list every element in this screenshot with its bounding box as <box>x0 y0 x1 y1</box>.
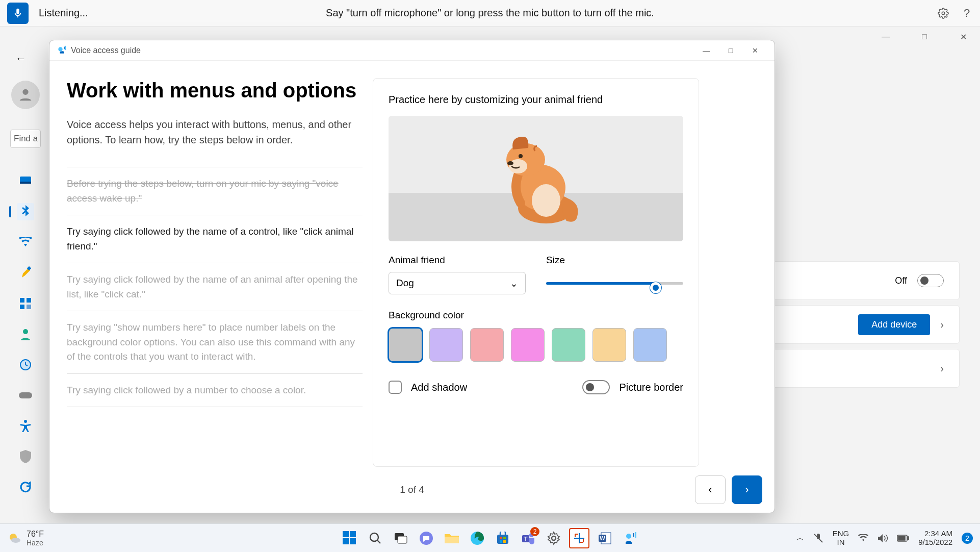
search-button[interactable] <box>365 528 385 548</box>
svg-rect-25 <box>343 531 349 537</box>
minimize-button[interactable]: — <box>874 29 897 45</box>
volume-icon[interactable] <box>878 534 888 543</box>
next-page-button[interactable]: › <box>732 475 762 504</box>
taskview-button[interactable] <box>391 528 411 548</box>
notification-count[interactable]: 2 <box>962 533 973 544</box>
nav-system-icon[interactable] <box>17 172 34 190</box>
size-slider[interactable] <box>546 272 683 294</box>
svg-rect-8 <box>27 305 31 309</box>
guide-window-title: Voice access guide <box>71 46 141 55</box>
guide-close-button[interactable]: ✕ <box>743 42 767 59</box>
mic-muted-icon[interactable] <box>813 533 823 543</box>
svg-rect-28 <box>350 538 356 544</box>
guide-instructions: Work with menus and options Voice access… <box>67 78 363 467</box>
user-avatar[interactable] <box>11 81 40 109</box>
color-swatch[interactable] <box>389 328 422 362</box>
voice-access-bar: Listening... Say "turn off microphone" o… <box>0 0 980 27</box>
teams-icon[interactable]: T2 <box>518 528 538 548</box>
svg-rect-7 <box>20 305 24 309</box>
guide-maximize-button[interactable]: □ <box>718 42 743 59</box>
mic-button[interactable] <box>7 3 29 24</box>
practice-prompt: Practice here by customizing your animal… <box>389 94 683 106</box>
nav-update-icon[interactable] <box>17 479 34 496</box>
svg-rect-5 <box>20 298 24 303</box>
toggle-switch[interactable] <box>917 274 944 287</box>
nav-gaming-icon[interactable] <box>17 387 34 404</box>
settings-gear-icon[interactable] <box>937 7 949 19</box>
guide-app-icon <box>57 45 67 56</box>
color-swatch[interactable] <box>511 328 545 362</box>
settings-app-icon[interactable] <box>544 528 564 548</box>
svg-point-21 <box>519 154 523 158</box>
picture-border-toggle[interactable] <box>582 380 610 394</box>
svg-rect-31 <box>398 536 407 543</box>
snipping-tool-icon[interactable] <box>569 528 589 548</box>
close-button[interactable]: ✕ <box>951 29 975 45</box>
add-device-button[interactable]: Add device <box>858 314 930 335</box>
word-icon[interactable]: W <box>595 528 615 548</box>
nav-time-icon[interactable] <box>17 356 34 373</box>
color-swatch[interactable] <box>470 328 504 362</box>
svg-rect-51 <box>908 537 909 540</box>
weather-temp: 76°F <box>27 530 44 539</box>
nav-accounts-icon[interactable] <box>17 325 34 343</box>
battery-icon[interactable] <box>897 535 909 542</box>
nav-privacy-icon[interactable] <box>17 448 34 465</box>
svg-rect-11 <box>19 392 32 398</box>
language-indicator[interactable]: ENG IN <box>833 530 849 546</box>
svg-text:T: T <box>524 536 528 542</box>
nav-accessibility-icon[interactable] <box>17 417 34 435</box>
nav-network-icon[interactable] <box>17 234 34 251</box>
guide-step: Try saying "show numbers here" to place … <box>67 311 363 374</box>
nav-personalization-icon[interactable] <box>17 264 34 282</box>
svg-point-29 <box>370 533 378 541</box>
svg-point-12 <box>24 420 27 423</box>
guide-step: Try saying click followed by the name of… <box>67 263 363 311</box>
nav-bluetooth-icon[interactable] <box>17 203 34 220</box>
help-icon[interactable]: ? <box>961 7 973 19</box>
color-swatch[interactable] <box>592 328 626 362</box>
animal-friend-label: Animal friend <box>389 255 526 266</box>
voice-access-guide-window: Voice access guide — □ ✕ Work with menus… <box>49 40 775 513</box>
svg-rect-6 <box>27 298 31 303</box>
weather-icon <box>7 531 21 545</box>
guide-titlebar: Voice access guide — □ ✕ <box>49 40 775 61</box>
svg-text:W: W <box>600 535 605 541</box>
svg-point-47 <box>626 534 631 539</box>
color-swatch[interactable] <box>552 328 585 362</box>
voice-hint: Say "turn off microphone" or long press … <box>326 7 654 19</box>
clock[interactable]: 2:34 AM 9/15/2022 <box>918 530 952 546</box>
page-indicator: 1 of 4 <box>400 484 424 495</box>
edge-icon[interactable] <box>467 528 487 548</box>
guide-heading: Work with menus and options <box>67 78 363 103</box>
svg-rect-36 <box>500 537 502 539</box>
prev-page-button[interactable]: ‹ <box>695 475 726 504</box>
guide-step: Try saying click followed by a number to… <box>67 374 363 408</box>
search-settings-input[interactable]: Find a <box>10 130 41 148</box>
chat-app-icon[interactable] <box>416 528 436 548</box>
taskbar-apps: T2 W <box>340 528 640 548</box>
guide-intro: Voice access helps you interact with but… <box>67 117 363 147</box>
wifi-icon[interactable] <box>858 534 868 542</box>
nav-apps-icon[interactable] <box>17 295 34 312</box>
tray-chevron-icon[interactable]: ︿ <box>796 533 804 543</box>
start-button[interactable] <box>340 528 360 548</box>
store-icon[interactable] <box>493 528 513 548</box>
svg-rect-48 <box>633 533 634 537</box>
svg-rect-38 <box>500 540 502 543</box>
color-swatch[interactable] <box>429 328 463 362</box>
add-shadow-label: Add shadow <box>411 382 467 393</box>
svg-point-22 <box>507 161 513 165</box>
back-button[interactable]: ← <box>15 52 27 65</box>
guide-minimize-button[interactable]: — <box>694 42 718 59</box>
weather-widget[interactable]: 76°F Haze <box>7 530 44 547</box>
animal-friend-select[interactable]: Dog ⌄ <box>389 272 526 294</box>
color-swatch[interactable] <box>633 328 667 362</box>
file-explorer-icon[interactable] <box>442 528 462 548</box>
voice-access-app-icon[interactable] <box>620 528 640 548</box>
svg-rect-37 <box>503 537 506 539</box>
guide-step: Before trying the steps below, turn on y… <box>67 167 363 215</box>
maximize-button[interactable]: □ <box>913 29 936 45</box>
svg-point-13 <box>58 47 62 51</box>
add-shadow-checkbox[interactable] <box>389 381 402 394</box>
